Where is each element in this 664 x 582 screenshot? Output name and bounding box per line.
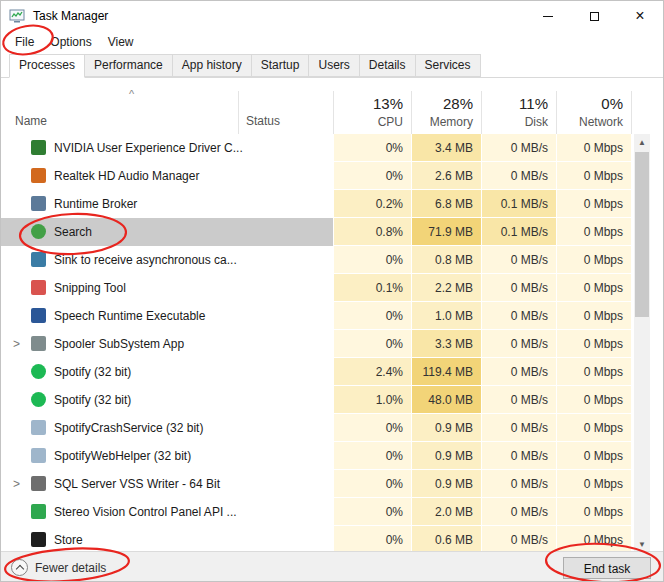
spotify-icon bbox=[31, 364, 46, 379]
tab-services[interactable]: Services bbox=[415, 54, 481, 77]
process-disk-cell: 0 MB/s bbox=[481, 358, 556, 386]
process-cpu-cell: 0% bbox=[333, 302, 411, 330]
spooler-printer-icon bbox=[31, 336, 46, 351]
process-disk-cell: 0 MB/s bbox=[481, 274, 556, 302]
close-button[interactable]: × bbox=[617, 1, 663, 31]
process-mem-cell: 119.4 MB bbox=[411, 358, 481, 386]
menu-bar: FileOptionsView bbox=[1, 31, 663, 53]
process-mem-cell: 2.6 MB bbox=[411, 162, 481, 190]
process-status-cell bbox=[238, 358, 333, 386]
process-cpu-cell: 1.0% bbox=[333, 386, 411, 414]
tab-startup[interactable]: Startup bbox=[251, 54, 310, 77]
tab-performance[interactable]: Performance bbox=[84, 54, 173, 77]
column-header-name[interactable]: Name bbox=[15, 114, 47, 128]
task-manager-window: Task Manager × FileOptionsView Processes… bbox=[0, 0, 664, 582]
fewer-details-label: Fewer details bbox=[35, 561, 106, 575]
end-task-button[interactable]: End task bbox=[563, 557, 651, 579]
column-header-disk[interactable]: 11% Disk bbox=[481, 91, 556, 134]
process-mem-cell: 0.9 MB bbox=[411, 414, 481, 442]
process-disk-cell: 0 MB/s bbox=[481, 498, 556, 526]
column-header-network[interactable]: 0% Network bbox=[556, 91, 631, 134]
sort-ascending-icon: ^ bbox=[129, 88, 134, 100]
process-net-cell: 0 Mbps bbox=[556, 470, 631, 498]
tab-details[interactable]: Details bbox=[359, 54, 416, 77]
process-row[interactable]: Snipping Tool0.1%2.2 MB0 MB/s0 Mbps bbox=[1, 274, 651, 302]
window-controls: × bbox=[525, 1, 663, 31]
fewer-details-toggle[interactable]: Fewer details bbox=[11, 559, 106, 576]
scroll-down-icon[interactable]: ▼ bbox=[634, 536, 650, 552]
cpu-total-percent: 13% bbox=[333, 95, 403, 112]
process-disk-cell: 0 MB/s bbox=[481, 134, 556, 162]
tab-app-history[interactable]: App history bbox=[172, 54, 252, 77]
process-disk-cell: 0 MB/s bbox=[481, 442, 556, 470]
process-status-cell bbox=[238, 134, 333, 162]
process-name-cell: >Spooler SubSystem App bbox=[1, 330, 238, 358]
process-row[interactable]: Speech Runtime Executable0%1.0 MB0 MB/s0… bbox=[1, 302, 651, 330]
process-mem-cell: 6.8 MB bbox=[411, 190, 481, 218]
stereo-vision-icon bbox=[31, 504, 46, 519]
process-name: SpotifyCrashService (32 bit) bbox=[54, 414, 203, 442]
process-status-cell bbox=[238, 302, 333, 330]
process-name: Spooler SubSystem App bbox=[54, 330, 184, 358]
scrollbar-thumb[interactable] bbox=[635, 152, 649, 317]
process-row[interactable]: Spotify (32 bit)1.0%48.0 MB0 MB/s0 Mbps bbox=[1, 386, 651, 414]
spotify-crash-service-icon bbox=[31, 420, 46, 435]
process-disk-cell: 0 MB/s bbox=[481, 526, 556, 552]
process-net-cell: 0 Mbps bbox=[556, 134, 631, 162]
process-row[interactable]: NVIDIA User Experience Driver C...0%3.4 … bbox=[1, 134, 651, 162]
tab-processes[interactable]: Processes bbox=[9, 54, 85, 78]
process-row[interactable]: Sink to receive asynchronous ca...0%0.8 … bbox=[1, 246, 651, 274]
tab-users[interactable]: Users bbox=[308, 54, 359, 77]
expand-chevron-icon[interactable]: > bbox=[13, 330, 20, 358]
process-row[interactable]: Search0.8%71.9 MB0.1 MB/s0 Mbps bbox=[1, 218, 651, 246]
process-mem-cell: 0.8 MB bbox=[411, 246, 481, 274]
process-cpu-cell: 2.4% bbox=[333, 358, 411, 386]
scroll-up-icon[interactable]: ▲ bbox=[634, 134, 650, 150]
menu-file[interactable]: File bbox=[7, 32, 42, 52]
expand-chevron-icon[interactable]: > bbox=[13, 470, 20, 498]
menu-options[interactable]: Options bbox=[42, 32, 99, 52]
process-row[interactable]: Runtime Broker0.2%6.8 MB0.1 MB/s0 Mbps bbox=[1, 190, 651, 218]
process-cpu-cell: 0.2% bbox=[333, 190, 411, 218]
process-mem-cell: 2.2 MB bbox=[411, 274, 481, 302]
process-row[interactable]: SpotifyCrashService (32 bit)0%0.9 MB0 MB… bbox=[1, 414, 651, 442]
process-row[interactable]: Stereo Vision Control Panel API ...0%2.0… bbox=[1, 498, 651, 526]
process-row[interactable]: >Spooler SubSystem App0%3.3 MB0 MB/s0 Mb… bbox=[1, 330, 651, 358]
process-row[interactable]: SpotifyWebHelper (32 bit)0%0.9 MB0 MB/s0… bbox=[1, 442, 651, 470]
process-net-cell: 0 Mbps bbox=[556, 358, 631, 386]
process-name-cell: Snipping Tool bbox=[1, 274, 238, 302]
process-row[interactable]: Spotify (32 bit)2.4%119.4 MB0 MB/s0 Mbps bbox=[1, 358, 651, 386]
disk-column-label: Disk bbox=[481, 115, 548, 129]
process-row[interactable]: >SQL Server VSS Writer - 64 Bit0%0.9 MB0… bbox=[1, 470, 651, 498]
header-divider bbox=[556, 91, 557, 134]
process-row[interactable]: Realtek HD Audio Manager0%2.6 MB0 MB/s0 … bbox=[1, 162, 651, 190]
window-title: Task Manager bbox=[33, 9, 108, 23]
column-header-cpu[interactable]: 13% CPU bbox=[333, 91, 411, 134]
process-net-cell: 0 Mbps bbox=[556, 414, 631, 442]
process-net-cell: 0 Mbps bbox=[556, 498, 631, 526]
process-mem-cell: 0.9 MB bbox=[411, 470, 481, 498]
process-status-cell bbox=[238, 162, 333, 190]
process-mem-cell: 71.9 MB bbox=[411, 218, 481, 246]
process-status-cell bbox=[238, 526, 333, 552]
process-cpu-cell: 0% bbox=[333, 330, 411, 358]
process-row[interactable]: Store0%0.6 MB0 MB/s0 Mbps bbox=[1, 526, 651, 552]
process-name-cell: Store bbox=[1, 526, 238, 552]
process-status-cell bbox=[238, 498, 333, 526]
nvidia-icon bbox=[31, 140, 46, 155]
cpu-column-label: CPU bbox=[333, 115, 403, 129]
process-name-cell: Spotify (32 bit) bbox=[1, 386, 238, 414]
maximize-button[interactable] bbox=[571, 1, 617, 31]
process-net-cell: 0 Mbps bbox=[556, 162, 631, 190]
menu-view[interactable]: View bbox=[100, 32, 142, 52]
vertical-scrollbar[interactable]: ▲ ▼ bbox=[634, 134, 650, 552]
sink-receiver-icon bbox=[31, 252, 46, 267]
process-status-cell bbox=[238, 470, 333, 498]
minimize-button[interactable] bbox=[525, 1, 571, 31]
process-cpu-cell: 0.1% bbox=[333, 274, 411, 302]
disk-total-percent: 11% bbox=[481, 95, 548, 112]
title-bar: Task Manager × bbox=[1, 1, 663, 31]
memory-total-percent: 28% bbox=[411, 95, 473, 112]
column-header-status[interactable]: Status bbox=[246, 114, 280, 128]
column-header-memory[interactable]: 28% Memory bbox=[411, 91, 481, 134]
